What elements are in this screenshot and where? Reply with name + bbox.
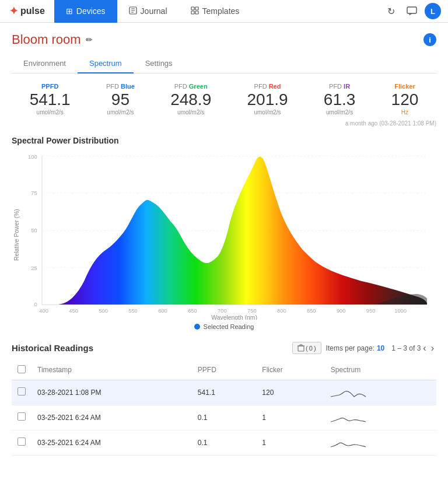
chart-svg: Relative Power (%) 100 75 50 25 0 [12,150,436,320]
chart-container: Relative Power (%) 100 75 50 25 0 [12,150,436,320]
metric-ppfd-label: PPFD [30,83,71,90]
metric-pfd-blue-label: PFD Blue [106,83,135,90]
metric-pfd-green: PFD Green 248.9 umol/m2/s [170,83,211,116]
svg-text:100: 100 [28,153,37,159]
svg-text:800: 800 [277,308,286,314]
nav-journal[interactable]: Journal [117,0,179,23]
svg-text:900: 900 [337,308,346,314]
header-checkbox-cell [12,360,32,380]
historical-section: Historical Readings (0) Items per page: … [12,342,436,456]
row-checkbox-cell [12,380,32,405]
metrics-row: PPFD 541.1 umol/m2/s PFD Blue 95 umol/m2… [12,83,436,116]
logo-text: pulse [20,6,45,16]
table-body: 03-28-2021 1:08 PM 541.1 120 03-25-2021 … [12,380,436,455]
row-spectrum [325,430,436,455]
row-checkbox[interactable] [18,387,26,396]
header-timestamp: Timestamp [32,360,192,380]
svg-text:850: 850 [307,308,316,314]
metric-pfd-green-unit: umol/m2/s [170,109,211,116]
metric-pfd-ir: PFD IR 61.3 umol/m2/s [324,83,356,116]
table-row: 03-28-2021 1:08 PM 541.1 120 [12,380,436,405]
row-ppfd: 541.1 [192,380,256,405]
svg-text:25: 25 [31,265,37,271]
tab-settings[interactable]: Settings [134,54,184,74]
historical-table: Timestamp PPFD Flicker Spectrum 03-28-20… [12,360,436,456]
prev-page-button[interactable]: ‹ [421,342,428,355]
svg-text:650: 650 [188,308,197,314]
items-per-page-label: Items per page: [326,344,374,352]
metric-flicker-unit: Hz [391,109,419,116]
tab-environment[interactable]: Environment [12,54,78,74]
row-checkbox-cell [12,430,32,455]
metric-ppfd-unit: umol/m2/s [30,109,71,116]
row-flicker: 120 [256,380,325,405]
logo: ✦ pulse [0,5,54,18]
table-header-row: Timestamp PPFD Flicker Spectrum [12,360,436,380]
page-tabs: Environment Spectrum Settings [12,54,436,74]
templates-icon [191,6,199,16]
user-avatar[interactable]: L [425,3,441,19]
svg-rect-6 [191,11,194,14]
page-content: Bloom room ✏ i Environment Spectrum Sett… [0,23,448,456]
header-ppfd: PPFD [192,360,256,380]
chart-title: Spectral Power Distribution [12,136,436,145]
pagination-controls: Items per page: 10 1 – 3 of 3 ‹ › [326,342,436,355]
trash-button[interactable]: (0) [292,342,321,354]
tab-spectrum[interactable]: Spectrum [78,54,134,74]
row-ppfd: 0.1 [192,430,256,455]
svg-text:50: 50 [31,228,37,233]
metric-pfd-red-value: 201.9 [247,91,288,109]
nav-devices-label: Devices [76,6,106,16]
legend-dot [194,324,200,330]
nav-journal-label: Journal [141,6,167,16]
svg-text:400: 400 [39,308,48,314]
metric-pfd-ir-label: PFD IR [324,83,356,90]
row-timestamp: 03-25-2021 6:24 AM [32,430,192,455]
metric-flicker-value: 120 [391,91,419,109]
metric-pfd-ir-value: 61.3 [324,91,356,109]
svg-text:750: 750 [247,308,257,314]
nav-devices[interactable]: ⊞ Devices [54,0,117,23]
metric-timestamp: a month ago (03-28-2021 1:08 PM) [12,120,436,127]
svg-text:0: 0 [34,302,37,307]
metric-pfd-blue-unit: umol/m2/s [106,109,135,116]
row-checkbox[interactable] [18,412,26,421]
svg-text:Relative Power (%): Relative Power (%) [13,209,20,261]
chart-legend: Selected Reading [12,323,436,330]
select-all-checkbox[interactable] [18,365,26,373]
logo-icon: ✦ [9,5,18,18]
nav-templates[interactable]: Templates [179,0,251,23]
metric-pfd-red-unit: umol/m2/s [247,109,288,116]
metric-pfd-blue: PFD Blue 95 umol/m2/s [106,83,135,116]
title-row: Bloom room ✏ [12,32,93,47]
svg-rect-7 [195,11,198,14]
journal-icon [129,6,137,16]
nav-templates-label: Templates [202,6,240,16]
svg-rect-8 [407,7,416,13]
devices-icon: ⊞ [66,6,73,16]
header-spectrum: Spectrum [325,360,436,380]
legend-label: Selected Reading [204,323,254,330]
metric-flicker: Flicker 120 Hz [391,83,419,116]
svg-rect-36 [298,346,304,351]
edit-icon[interactable]: ✏ [86,35,93,44]
svg-text:500: 500 [99,308,108,314]
row-checkbox[interactable] [18,438,26,446]
chat-button[interactable] [404,3,420,19]
chart-section: Spectral Power Distribution [12,136,436,330]
trash-count: 0 [309,345,313,352]
row-flicker: 1 [256,405,325,430]
historical-header: Historical Readings (0) Items per page: … [12,342,436,355]
row-timestamp: 03-25-2021 6:24 AM [32,405,192,430]
svg-rect-4 [191,7,194,10]
svg-text:75: 75 [31,190,37,196]
info-button[interactable]: i [424,33,436,46]
metric-pfd-green-value: 248.9 [170,91,211,109]
svg-rect-5 [195,7,198,10]
svg-text:550: 550 [128,308,138,314]
trash-icon [298,344,304,352]
metric-pfd-red: PFD Red 201.9 umol/m2/s [247,83,288,116]
next-page-button[interactable]: › [429,342,436,355]
refresh-button[interactable]: ↻ [383,3,399,19]
page-title: Bloom room [12,32,81,47]
